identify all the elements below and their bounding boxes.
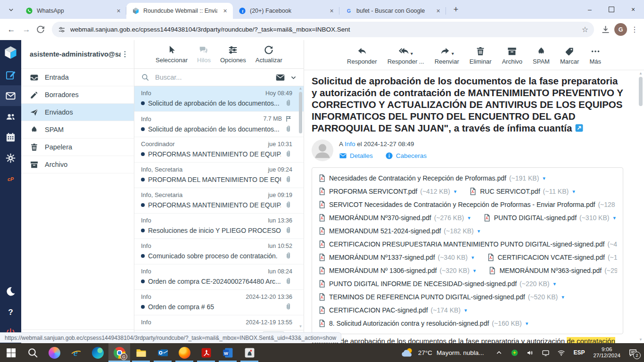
scrollbar-thumb[interactable] — [299, 92, 302, 133]
attachment-menu-caret[interactable]: ▾ — [526, 321, 528, 327]
attachment-menu-caret[interactable]: ▾ — [473, 268, 476, 274]
scroll-down-icon[interactable]: ▼ — [299, 324, 303, 329]
attachment-name[interactable]: MEMORÁNDUM Nº 1306-signed.pdf — [329, 267, 437, 274]
mail-toolbar-button[interactable]: ▾ Archivo — [502, 45, 522, 65]
message-row[interactable]: Coordinador jue 10:31 PROFORMAS MANTENIM… — [134, 137, 304, 163]
attachment-menu-caret[interactable]: ▾ — [464, 307, 467, 313]
attachment-name[interactable]: CERTIFICACION VCATE-signed.pdf — [498, 254, 605, 261]
browser-tab[interactable]: WhatsApp × — [20, 3, 126, 19]
minimize-button[interactable]: – — [579, 0, 601, 19]
account-menu-icon[interactable] — [121, 50, 129, 58]
attachment-name[interactable]: PROFORMA SERVICONT.pdf — [329, 188, 417, 195]
taskbar-app[interactable] — [195, 343, 217, 362]
attachment[interactable]: PROFORMA SERVICONT.pdf (~412 KB) ▾ — [318, 187, 456, 196]
rail-item[interactable] — [0, 148, 21, 168]
mail-toolbar-button[interactable]: ▾ SPAM — [533, 45, 550, 65]
attachment[interactable]: 8. Solicitud Autorización contra y resol… — [318, 319, 528, 328]
attachment[interactable]: PUNTO DIGITAL INFORME DE NECESIDAD-signe… — [318, 280, 556, 288]
folder-item[interactable]: SPAM — [21, 121, 134, 139]
list-toolbar-button[interactable]: Actualizar — [256, 45, 282, 64]
scrollbar-thumb[interactable] — [639, 77, 643, 106]
bookmark-star-icon[interactable]: ☆ — [582, 25, 588, 34]
profile-avatar[interactable]: G — [614, 23, 627, 36]
attachment[interactable]: MEMORÁNDUM Nº363-signed.pdf (~292 KB) ▾ — [488, 266, 617, 275]
taskbar-app[interactable] — [43, 343, 65, 362]
mail-toolbar-button[interactable]: ▾ Eliminar — [470, 45, 492, 65]
attachment[interactable]: CERTIFICACION PAC-signed.pdf (~174 KB) ▾ — [318, 306, 467, 314]
attachment-menu-caret[interactable]: ▾ — [613, 215, 616, 221]
volume-icon[interactable] — [526, 349, 534, 357]
attachment-name[interactable]: Necesidades de Contratación y Recepción … — [329, 174, 506, 182]
message-row[interactable]: Info lun 10:52 Comunicado sobre proceso … — [134, 239, 304, 264]
taskbar-app[interactable] — [22, 343, 43, 362]
tab-close-icon[interactable]: × — [115, 7, 123, 15]
attachment[interactable]: Necesidades de Contratación y Recepción … — [318, 174, 545, 182]
weather-widget[interactable]: 27°C Mayorm. nubla... — [394, 343, 492, 362]
attachment-menu-caret[interactable]: ▾ — [553, 281, 556, 287]
taskbar-app[interactable] — [152, 343, 173, 362]
attachment-name[interactable]: PUNTO DIGITAL-signed.pdf — [494, 214, 577, 222]
dropdown-caret[interactable]: ▾ — [452, 50, 454, 57]
browser-tab[interactable]: G bufet - Buscar con Google × — [339, 3, 446, 19]
search-input[interactable] — [154, 73, 271, 82]
message-row[interactable]: Info lun 13:36 Resoluciones de inicio Y … — [134, 214, 304, 239]
address-bar[interactable]: webmail.sanjuan.gob.ec/cpsess1449438104/… — [52, 22, 594, 37]
taskbar-app[interactable] — [0, 343, 22, 362]
taskbar-app[interactable] — [173, 343, 195, 362]
details-toggle[interactable]: Detalles — [339, 152, 373, 160]
taskbar-app[interactable] — [87, 343, 108, 362]
taskbar-app[interactable] — [239, 343, 260, 362]
attachment-menu-caret[interactable]: ▾ — [543, 175, 545, 181]
rail-item[interactable] — [0, 40, 21, 65]
browser-menu-button[interactable]: ⋮ — [631, 25, 638, 34]
rail-item[interactable] — [0, 127, 21, 148]
keyboard-language[interactable]: ESP — [573, 349, 585, 356]
attachment-name[interactable]: MEMORÁNDUM Nº363-signed.pdf — [499, 267, 602, 274]
rail-item[interactable] — [0, 85, 21, 106]
tab-search-button[interactable] — [5, 3, 17, 16]
attachment[interactable]: SERVICOT Necesidades de Contratación y R… — [318, 200, 617, 209]
mail-toolbar-button[interactable]: ▾ Reenviar — [435, 45, 459, 65]
attachment-menu-caret[interactable]: ▾ — [468, 215, 471, 221]
attachment-name[interactable]: SERVICOT Necesidades de Contratación y R… — [329, 201, 595, 208]
clock[interactable]: 9:06 27/12/2024 — [593, 346, 620, 359]
attachment[interactable]: TERMINOS DE REFERENCIA PUNTO DIGITAL-sig… — [318, 293, 564, 301]
taskbar-app[interactable]: e — [65, 343, 87, 362]
message-row[interactable]: Info 2024-12-20 13:36 Orden de compra # … — [134, 290, 304, 315]
attachment-name[interactable]: MEMORÁNDUM Nº370-signed.pdf — [329, 214, 431, 222]
folder-item[interactable]: Borradores — [21, 86, 134, 104]
restore-button[interactable] — [601, 0, 622, 19]
attachment-name[interactable]: MEMORANDUM 521-2024-signed.pdf — [329, 227, 441, 235]
headers-toggle[interactable]: Cabeceras — [385, 152, 427, 160]
scroll-down-icon[interactable]: ▼ — [639, 337, 643, 342]
message-row[interactable]: Info lun 08:24 Orden de compra CE-202400… — [134, 264, 304, 290]
mail-toolbar-button[interactable]: ▾ Marcar — [560, 45, 579, 65]
list-toolbar-button[interactable]: Opciones — [220, 45, 246, 64]
dropdown-caret[interactable]: ▾ — [411, 50, 413, 57]
mail-toolbar-button[interactable]: ▾ Más — [589, 45, 601, 65]
downloads-button[interactable] — [601, 25, 611, 34]
attachment[interactable]: CERTIFICACION PRESUPUESTARIA MANTENIMIEN… — [318, 240, 617, 248]
attachment-name[interactable]: PUNTO DIGITAL INFORME DE NECESIDAD-signe… — [329, 280, 517, 288]
folder-item[interactable]: Entrada — [21, 69, 134, 86]
attachment-menu-caret[interactable]: ▾ — [561, 294, 564, 300]
folder-item[interactable]: Enviados — [21, 104, 134, 121]
rail-item[interactable] — [0, 106, 21, 127]
rail-item[interactable] — [0, 281, 21, 302]
tray-expand-icon[interactable] — [495, 349, 503, 357]
attachment[interactable]: MEMORÁNDUM Nº1337-signed.pdf (~340 KB) ▾ — [318, 253, 474, 262]
attachment[interactable]: CERTIFICACION VCATE-signed.pdf (~170 KB)… — [487, 253, 618, 262]
scroll-up-icon[interactable]: ▲ — [639, 71, 643, 76]
attachment-menu-caret[interactable]: ▾ — [478, 228, 480, 234]
attachment-menu-caret[interactable]: ▾ — [454, 189, 457, 195]
message-row[interactable]: Info, Secretaria jue 09:19 PROFORMAS MAN… — [134, 188, 304, 214]
rail-item[interactable] — [0, 65, 21, 85]
recipient-link[interactable]: Info — [345, 140, 355, 148]
close-window-button[interactable]: × — [622, 0, 644, 19]
antivirus-icon[interactable] — [511, 349, 519, 357]
browser-tab[interactable]: Roundcube Webmail :: Enviados × — [126, 3, 233, 19]
wifi-icon[interactable] — [557, 349, 565, 357]
attachment-name[interactable]: TERMINOS DE REFERENCIA PUNTO DIGITAL-sig… — [329, 293, 525, 301]
attachment-name[interactable]: MEMORÁNDUM Nº1337-signed.pdf — [329, 254, 435, 261]
search-scope-envelope-icon[interactable] — [275, 73, 285, 82]
